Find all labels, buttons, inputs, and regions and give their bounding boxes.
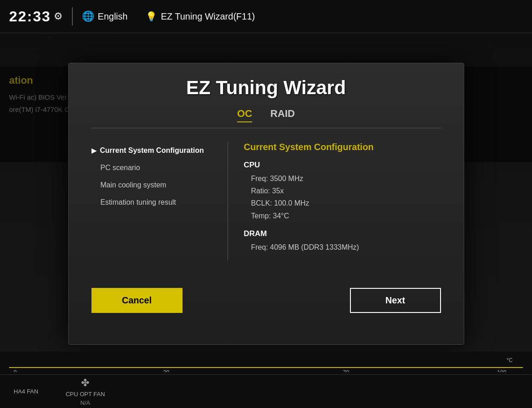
cpu-temp: Temp: 34°C xyxy=(244,210,441,222)
menu-item-pc-scenario[interactable]: PC scenario xyxy=(91,159,214,176)
tab-oc[interactable]: OC xyxy=(237,108,252,122)
modal-buttons: Cancel Next xyxy=(91,283,441,313)
menu-item-current-config-label: Current System Configuration xyxy=(100,146,204,155)
fan2-label: CPU OPT FAN xyxy=(66,391,105,398)
dram-spec-section: DRAM Freq: 4096 MB (DDR3 1333MHz) xyxy=(244,229,441,253)
bottom-bar: HA4 FAN ✤ CPU OPT FAN N/A xyxy=(0,374,532,408)
cpu-section-title: CPU xyxy=(244,161,441,170)
clock-time: 22:33 xyxy=(9,8,51,25)
dram-freq: Freq: 4096 MB (DDR3 1333MHz) xyxy=(244,241,441,253)
menu-item-current-config[interactable]: ▶ Current System Configuration xyxy=(91,142,214,159)
fan2-value: N/A xyxy=(81,399,91,406)
cancel-button[interactable]: Cancel xyxy=(91,288,182,313)
cpu-freq: Freq: 3500 MHz xyxy=(244,172,441,185)
temperature-chart: 0 30 70 100 °C xyxy=(9,354,523,372)
chart-label-0: 0 xyxy=(14,369,17,372)
chart-area: 0 30 70 100 °C xyxy=(0,352,532,374)
fan2-item: ✤ CPU OPT FAN N/A xyxy=(66,377,105,406)
modal-tabs: OC RAID xyxy=(91,108,441,128)
chart-unit-label: °C xyxy=(507,357,513,363)
language-label: English xyxy=(98,11,128,22)
right-panel-title: Current System Configuration xyxy=(244,142,441,152)
fan-icon: ✤ xyxy=(81,377,89,389)
cpu-bclk: BCLK: 100.0 MHz xyxy=(244,197,441,209)
modal-content: ▶ Current System Configuration PC scenar… xyxy=(91,142,441,261)
menu-item-main-cooling[interactable]: Main cooling system xyxy=(91,176,214,194)
menu-item-estimation-label: Estimation tuning result xyxy=(101,198,176,207)
chart-label-100: 100 xyxy=(497,369,507,372)
modal-title: EZ Tuning Wizard xyxy=(91,77,441,99)
left-menu-panel: ▶ Current System Configuration PC scenar… xyxy=(91,142,228,261)
language-selector[interactable]: 🌐 English xyxy=(82,10,128,22)
divider xyxy=(72,7,73,25)
fan1-item: HA4 FAN xyxy=(14,388,38,395)
modal-overlay: EZ Tuning Wizard OC RAID ▶ Current Syste… xyxy=(0,33,532,374)
dram-section-title: DRAM xyxy=(244,229,441,238)
globe-icon: 🌐 xyxy=(82,10,94,22)
chart-label-30: 30 xyxy=(163,369,170,372)
lightbulb-icon: 💡 xyxy=(146,11,157,22)
cpu-spec-section: CPU Freq: 3500 MHz Ratio: 35x BCLK: 100.… xyxy=(244,161,441,222)
gear-icon: ⚙ xyxy=(54,10,63,22)
menu-item-estimation[interactable]: Estimation tuning result xyxy=(91,194,214,211)
arrow-icon: ▶ xyxy=(91,147,96,154)
fan1-label: HA4 FAN xyxy=(14,388,38,395)
ez-tuning-wizard-button[interactable]: 💡 EZ Tuning Wizard(F11) xyxy=(146,11,255,22)
cpu-ratio: Ratio: 35x xyxy=(244,185,441,197)
chart-label-70: 70 xyxy=(343,369,350,372)
right-info-panel: Current System Configuration CPU Freq: 3… xyxy=(228,142,441,261)
menu-item-pc-scenario-label: PC scenario xyxy=(101,164,140,172)
ez-tuning-wizard-modal: EZ Tuning Wizard OC RAID ▶ Current Syste… xyxy=(68,63,464,345)
top-bar: 22:33 ⚙ 🌐 English 💡 EZ Tuning Wizard(F11… xyxy=(0,0,532,33)
ez-tuning-label: EZ Tuning Wizard(F11) xyxy=(161,11,255,22)
next-button[interactable]: Next xyxy=(350,288,441,313)
tab-raid[interactable]: RAID xyxy=(270,108,295,122)
menu-item-main-cooling-label: Main cooling system xyxy=(101,181,167,189)
